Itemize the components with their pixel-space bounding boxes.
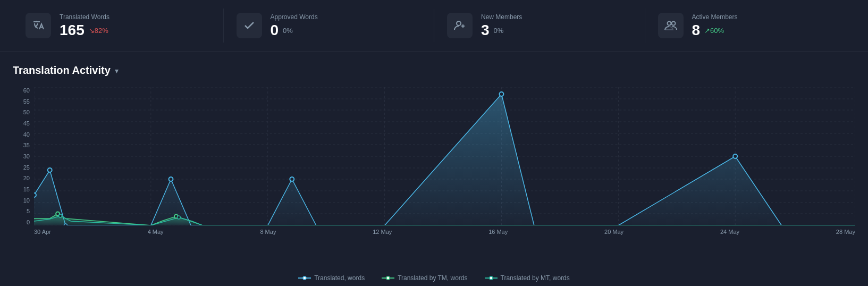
legend-item-tm: Translated by TM, words [382,274,467,282]
legend-label-translated: Translated, words [314,274,365,282]
people-icon [658,13,684,38]
svg-chart-area [34,87,855,225]
stat-number-new-members: 3 [481,23,490,38]
stat-value-row-active-members: 8 ↗60% [692,23,738,38]
stat-info-new-members: New Members 3 0% [481,13,522,38]
legend-item-mt: Translated by MT, words [485,274,570,282]
legend-line-translated [298,275,311,281]
stat-label-translated: Translated Words [60,13,109,21]
legend-label-tm: Translated by TM, words [398,274,467,282]
y-tick-20: 20 [13,175,30,181]
y-tick-30: 30 [13,153,30,159]
x-tick-1: 4 May [148,229,164,235]
y-axis: 0 5 10 15 20 25 30 35 40 45 50 55 60 [13,87,32,225]
chart-section: Translation Activity ▾ 0 5 10 15 20 25 3… [0,52,868,286]
x-tick-3: 12 May [373,229,392,235]
svg-marker-26 [34,94,855,225]
stat-card-active-members: Active Members 8 ↗60% [645,9,856,43]
chart-title-row: Translation Activity ▾ [13,64,855,77]
y-tick-45: 45 [13,120,30,127]
chart-svg [34,87,855,225]
stat-card-translated-words: Translated Words 165 ↘82% [13,9,224,43]
translate-icon [26,13,51,38]
stat-value-row-approved: 0 0% [271,23,318,38]
stat-info-translated-words: Translated Words 165 ↘82% [60,13,109,38]
svg-point-35 [733,154,737,158]
person-add-icon [447,13,473,38]
svg-point-4 [671,22,675,26]
stat-value-row-translated: 165 ↘82% [60,23,109,38]
legend-line-tm [382,275,394,281]
y-tick-5: 5 [13,208,30,214]
svg-point-39 [177,216,180,219]
legend-line-mt [485,275,498,281]
y-tick-35: 35 [13,142,30,148]
x-tick-6: 24 May [720,229,739,235]
x-tick-2: 8 May [260,229,276,235]
stat-card-new-members: New Members 3 0% [434,9,645,43]
chart-container: 0 5 10 15 20 25 30 35 40 45 50 55 60 [13,87,855,268]
y-tick-15: 15 [13,186,30,192]
chart-legend: Translated, words Translated by TM, word… [13,268,855,286]
y-tick-40: 40 [13,131,30,138]
svg-point-38 [59,214,62,217]
x-tick-4: 16 May [488,229,508,235]
svg-point-32 [169,177,173,181]
x-tick-5: 20 May [604,229,623,235]
stat-change-approved: 0% [283,27,293,35]
y-tick-0: 0 [13,219,30,225]
stat-info-active-members: Active Members 8 ↗60% [692,13,738,38]
svg-point-3 [667,22,671,26]
stat-label-new-members: New Members [481,13,522,21]
y-tick-55: 55 [13,98,30,105]
stat-number-active-members: 8 [692,23,701,38]
chart-title: Translation Activity [13,64,111,77]
x-tick-0: 30 Apr [34,229,51,235]
y-tick-60: 60 [13,87,30,94]
stat-number-approved: 0 [271,23,279,38]
stat-info-approved-words: Approved Words 0 0% [271,13,318,38]
check-icon [237,13,262,38]
y-tick-10: 10 [13,197,30,204]
svg-point-29 [34,193,36,197]
stat-change-new-members: 0% [494,27,504,35]
svg-point-31 [64,224,67,225]
x-axis: 30 Apr 4 May 8 May 12 May 16 May 20 May … [34,229,855,235]
stat-number-translated: 165 [60,23,85,38]
svg-point-30 [48,168,52,172]
dropdown-icon[interactable]: ▾ [115,66,119,75]
stat-value-row-new-members: 3 0% [481,23,522,38]
stat-change-translated: ↘82% [89,27,108,35]
y-tick-50: 50 [13,109,30,115]
svg-point-34 [500,92,504,96]
y-tick-25: 25 [13,164,30,171]
svg-point-41 [303,276,306,280]
legend-item-translated: Translated, words [298,274,365,282]
stat-card-approved-words: Approved Words 0 0% [224,9,435,43]
svg-point-33 [290,177,294,181]
x-tick-7: 28 May [836,229,855,235]
stat-change-active-members: ↗60% [704,27,724,35]
stats-bar: Translated Words 165 ↘82% Approved Words… [0,0,868,52]
stat-label-approved: Approved Words [271,13,318,21]
svg-point-43 [386,276,390,280]
svg-point-0 [457,21,461,26]
svg-point-45 [490,276,493,280]
legend-label-mt: Translated by MT, words [501,274,570,282]
stat-label-active-members: Active Members [692,13,738,21]
